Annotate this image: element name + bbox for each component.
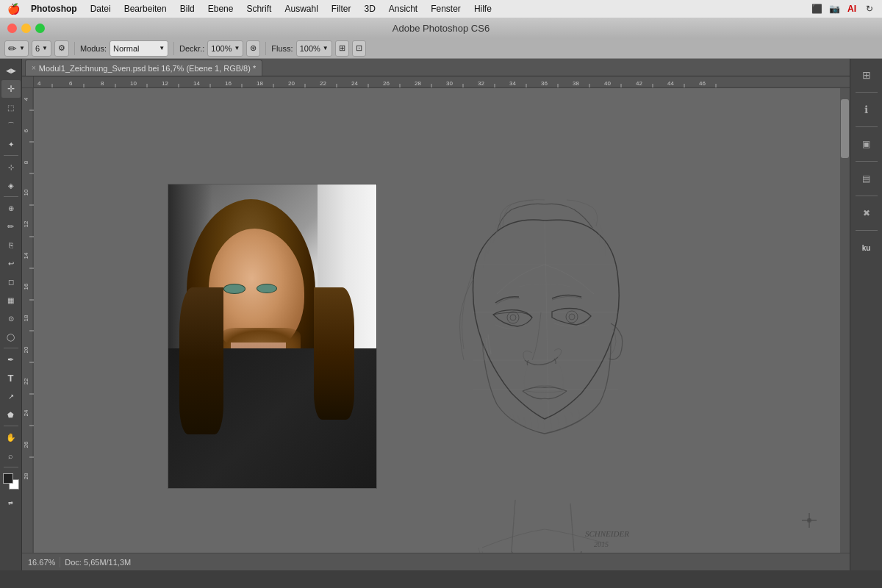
mode-settings-btn[interactable]: ⚙ [54, 40, 69, 57]
pen-tool-btn[interactable]: ✒ [1, 351, 21, 368]
mode-select[interactable]: Normal ▼ [110, 40, 168, 57]
magic-wand-btn[interactable]: ✦ [1, 135, 21, 153]
adjustments-icon: ▤ [862, 173, 870, 184]
color-panel-btn[interactable]: ▣ [853, 131, 881, 157]
svg-text:24: 24 [23, 409, 29, 416]
info-panel-btn[interactable]: ℹ [853, 96, 881, 123]
flow-input[interactable]: 100% ▼ [296, 40, 332, 57]
menu-bearbeiten[interactable]: Bearbeiten [118, 2, 173, 15]
opacity-arrow: ▼ [234, 45, 240, 51]
eyedropper-btn[interactable]: ◈ [1, 176, 21, 194]
airbrush-icon: ⊛ [250, 43, 257, 53]
move-icon: ✛ [7, 84, 15, 94]
svg-rect-79 [808, 519, 811, 522]
move-tool-btn[interactable]: ✛ [1, 80, 21, 98]
mini-bridge-btn[interactable]: ⊞ [853, 62, 881, 88]
separator-1 [74, 42, 75, 55]
brush-dropdown-arrow: ▼ [19, 45, 25, 51]
dodge-btn[interactable]: ◯ [1, 328, 21, 345]
scrollbar-thumb-v[interactable] [841, 99, 849, 158]
brush-icon: ✏ [8, 43, 17, 54]
hand-btn[interactable]: ✋ [1, 429, 21, 446]
switch-colors-icon: ⇄ [8, 500, 13, 506]
horizontal-ruler: 4 6 8 10 12 14 16 18 [34, 76, 850, 88]
svg-text:34: 34 [509, 80, 516, 87]
svg-text:4: 4 [37, 80, 41, 87]
apple-menu[interactable]: 🍎 [6, 0, 21, 18]
svg-text:6: 6 [69, 80, 73, 87]
shape-icon: ⬟ [7, 411, 14, 419]
flow-btn-2[interactable]: ⊡ [352, 40, 366, 57]
color-swatches[interactable] [1, 472, 21, 491]
minimize-button[interactable] [21, 24, 31, 33]
menu-ebene[interactable]: Ebene [202, 2, 240, 15]
switch-colors-btn[interactable]: ⇄ [1, 494, 21, 512]
tool-sep-3 [4, 348, 18, 348]
kuler-panel-btn[interactable]: ku [853, 234, 881, 261]
zoom-value: 16.67% [28, 558, 55, 567]
flow-icon-1: ⊞ [339, 43, 345, 53]
history-brush-icon: ↩ [8, 259, 14, 268]
gradient-btn[interactable]: ▦ [1, 291, 21, 309]
selection-tool-btn[interactable]: ⬚ [1, 98, 21, 116]
menu-datei[interactable]: Datei [85, 2, 117, 15]
history-brush-btn[interactable]: ↩ [1, 254, 21, 272]
menu-auswahl[interactable]: Auswahl [279, 2, 323, 15]
eraser-btn[interactable]: ◻ [1, 273, 21, 290]
canvas-tab-main[interactable]: × Modul1_Zeichnung_Sven.psd bei 16,7% (E… [25, 60, 262, 76]
clone-stamp-icon: ⎘ [9, 241, 13, 249]
menu-hilfe[interactable]: Hilfe [468, 2, 498, 15]
menu-schrift[interactable]: Schrift [240, 2, 277, 15]
menu-bild[interactable]: Bild [174, 2, 201, 15]
flow-label: Fluss: [271, 44, 293, 53]
svg-text:44: 44 [667, 80, 674, 87]
brush-size-display[interactable]: 6 ▼ [32, 40, 51, 57]
blur-btn[interactable]: ⊙ [1, 309, 21, 327]
menu-fenster[interactable]: Fenster [425, 2, 467, 15]
text-tool-btn[interactable]: T [1, 369, 21, 387]
bottom-bar: 16.67% Doc: 5,65M/11,3M [22, 553, 850, 570]
menu-filter[interactable]: Filter [326, 2, 357, 15]
brush-tool-btn[interactable]: ✏ [1, 218, 21, 235]
foreground-color-swatch[interactable] [3, 473, 13, 484]
right-sep-2 [856, 126, 878, 127]
tab-close-btn[interactable]: × [32, 64, 36, 72]
crop-tool-btn[interactable]: ⊹ [1, 158, 21, 176]
flow-btn-1[interactable]: ⊞ [335, 40, 349, 57]
canvas-viewport[interactable]: SCHNEIDER 2015 [34, 88, 850, 553]
menubar-right-icons: ⬛ 📷 AI ↻ [810, 2, 876, 15]
path-select-icon: ↗ [8, 392, 14, 401]
shape-btn[interactable]: ⬟ [1, 406, 21, 423]
tools-panel-right-btn[interactable]: ✖ [853, 200, 881, 226]
path-select-btn[interactable]: ↗ [1, 387, 21, 405]
flow-icon-2: ⊡ [356, 43, 362, 53]
zoom-btn[interactable]: ⌕ [1, 447, 21, 465]
crop-icon: ⊹ [8, 163, 14, 171]
clone-stamp-btn[interactable]: ⎘ [1, 236, 21, 254]
adjustments-panel-btn[interactable]: ▤ [853, 165, 881, 192]
svg-text:30: 30 [446, 80, 453, 87]
color-icon: ▣ [862, 139, 870, 149]
mode-value: Normal [113, 44, 139, 53]
spot-heal-icon: ⊕ [8, 204, 14, 212]
canvas-with-ruler: 4 6 8 10 12 14 16 18 [22, 88, 850, 553]
brush-options-btn[interactable]: ✏ ▼ [4, 40, 29, 57]
tools-icon: ✖ [863, 208, 870, 218]
spot-heal-btn[interactable]: ⊕ [1, 199, 21, 217]
tool-sep-1 [4, 155, 18, 156]
toolbox-collapse-btn[interactable]: ◀▶ [1, 62, 21, 79]
vertical-scrollbar[interactable] [840, 88, 850, 553]
toolbox: ◀▶ ✛ ⬚ ⌒ ✦ ⊹ ◈ ⊕ ✏ ⎘ ↩ [0, 59, 22, 570]
hand-icon: ✋ [6, 433, 16, 442]
menu-3d[interactable]: 3D [358, 2, 381, 15]
maximize-button[interactable] [35, 24, 45, 33]
airbrush-btn[interactable]: ⊛ [246, 40, 260, 57]
separator-2 [173, 42, 174, 55]
lasso-tool-btn[interactable]: ⌒ [1, 117, 21, 135]
menu-photoshop[interactable]: Photoshop [25, 2, 83, 15]
close-button[interactable] [7, 24, 17, 33]
menu-ansicht[interactable]: Ansicht [383, 2, 423, 15]
svg-text:16: 16 [23, 283, 29, 290]
toolbar: ✏ ▼ 6 ▼ ⚙ Modus: Normal ▼ Deckr.: 100% ▼… [0, 38, 882, 59]
opacity-input[interactable]: 100% ▼ [207, 40, 243, 57]
